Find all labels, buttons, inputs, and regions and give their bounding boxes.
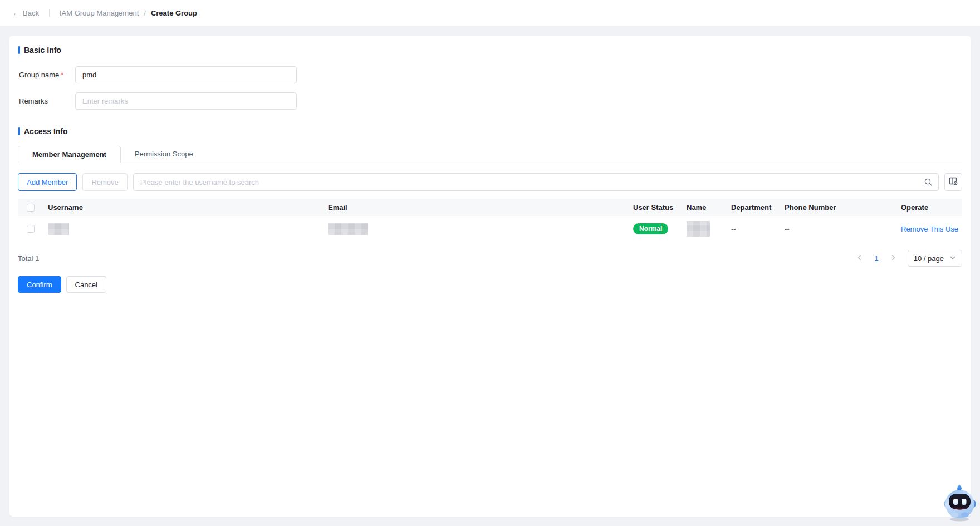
- next-page-button[interactable]: [886, 252, 900, 265]
- total-count: Total 1: [18, 254, 39, 263]
- assistant-robot-button[interactable]: [939, 483, 978, 523]
- prev-page-button[interactable]: [853, 252, 866, 265]
- group-name-row: Group name*: [18, 66, 962, 83]
- table-row: Normal -- -- Remove This Use: [18, 216, 962, 242]
- col-phone-number: Phone Number: [780, 203, 896, 212]
- chevron-down-icon: [949, 254, 956, 263]
- add-member-button[interactable]: Add Member: [18, 173, 77, 191]
- remarks-row: Remarks: [18, 92, 962, 110]
- basic-info-title-text: Basic Info: [24, 46, 61, 55]
- robot-mascot-icon: [939, 516, 978, 524]
- members-table: Username Email User Status Name Departme…: [18, 199, 962, 242]
- search-icon[interactable]: [924, 178, 933, 188]
- page-size-label: 10 / page: [914, 254, 944, 263]
- section-accent-bar: [18, 127, 20, 135]
- breadcrumb-current: Create Group: [151, 9, 197, 17]
- breadcrumb-separator: /: [144, 9, 146, 17]
- remarks-input[interactable]: [75, 92, 297, 110]
- chevron-left-icon: [856, 254, 863, 263]
- remove-this-user-link[interactable]: Remove This Use: [901, 225, 958, 233]
- search-field-wrap: [133, 173, 939, 191]
- col-username: Username: [43, 203, 324, 212]
- col-email: Email: [324, 203, 629, 212]
- topbar: ← Back IAM Group Management / Create Gro…: [0, 0, 980, 26]
- access-info-title-text: Access Info: [24, 127, 68, 136]
- row-checkbox-cell: [18, 225, 43, 233]
- access-info-title: Access Info: [18, 127, 962, 136]
- redacted-username: [48, 223, 69, 235]
- tab-member-management[interactable]: Member Management: [18, 146, 121, 163]
- cell-phone-number: --: [780, 225, 896, 233]
- redacted-email: [328, 223, 368, 235]
- column-settings-icon: [949, 176, 958, 188]
- cell-email: [324, 223, 629, 235]
- create-group-card: Basic Info Group name* Remarks Access In…: [9, 36, 971, 517]
- cell-operate: Remove This Use: [896, 225, 962, 233]
- confirm-button[interactable]: Confirm: [18, 276, 61, 293]
- remove-button[interactable]: Remove: [82, 173, 127, 191]
- status-badge: Normal: [633, 223, 668, 234]
- select-all-checkbox-cell: [18, 204, 43, 212]
- topbar-divider: [49, 9, 50, 17]
- page-size-select[interactable]: 10 / page: [908, 250, 962, 267]
- cancel-button[interactable]: Cancel: [66, 276, 106, 293]
- col-operate: Operate: [896, 203, 962, 212]
- group-name-input[interactable]: [75, 66, 297, 83]
- column-settings-button[interactable]: [944, 173, 962, 191]
- cell-department: --: [727, 225, 780, 233]
- col-department: Department: [727, 203, 780, 212]
- cell-name: [682, 221, 727, 237]
- cell-username: [43, 223, 324, 235]
- pagination: 1 10 / page: [853, 250, 962, 267]
- table-footer: Total 1 1 10 / page: [18, 250, 962, 267]
- page-number-1[interactable]: 1: [870, 254, 883, 263]
- back-arrow-icon: ←: [12, 9, 20, 17]
- form-actions: Confirm Cancel: [18, 276, 962, 293]
- member-toolbar: Add Member Remove: [18, 173, 962, 191]
- col-name: Name: [682, 203, 727, 212]
- remarks-label: Remarks: [18, 97, 75, 105]
- username-search-input[interactable]: [133, 173, 939, 191]
- required-asterisk: *: [61, 71, 63, 79]
- basic-info-form: Group name* Remarks: [18, 66, 962, 110]
- group-name-label: Group name*: [18, 71, 75, 79]
- breadcrumb-parent[interactable]: IAM Group Management: [60, 9, 139, 17]
- select-all-checkbox[interactable]: [27, 204, 35, 212]
- tab-permission-scope[interactable]: Permission Scope: [121, 146, 207, 163]
- col-user-status: User Status: [629, 203, 682, 212]
- section-accent-bar: [18, 46, 20, 54]
- row-checkbox[interactable]: [27, 225, 35, 233]
- back-label: Back: [23, 9, 39, 17]
- back-button[interactable]: ← Back: [12, 9, 39, 17]
- basic-info-title: Basic Info: [18, 46, 962, 55]
- chevron-right-icon: [890, 254, 896, 263]
- cell-user-status: Normal: [629, 223, 682, 234]
- access-info-tabs: Member Management Permission Scope: [18, 146, 962, 163]
- table-header: Username Email User Status Name Departme…: [18, 199, 962, 216]
- redacted-name: [687, 221, 710, 237]
